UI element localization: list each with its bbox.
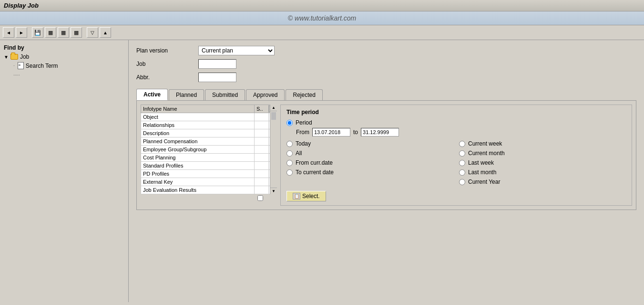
tabs-row: Active Planned Submitted Approved Reject… [136,89,636,100]
table-row[interactable]: External Key [141,178,276,186]
to-current-date-label: To current date [296,169,334,176]
abbr-row: Abbr. [136,73,636,82]
select-icon: 📋 [293,193,300,200]
tab-submitted[interactable]: Submitted [205,89,245,100]
filter-button[interactable]: ▽ [87,27,98,38]
table-row[interactable]: Job Evaluation Results [141,186,276,194]
table-row[interactable]: Standard Profiles [141,162,276,170]
from-curr-date-radio[interactable] [286,160,293,166]
sidebar-item-search-term[interactable]: · Search Term [0,61,128,70]
up-button[interactable]: ▲ [100,27,111,38]
plan-version-select[interactable]: Current plan Plan version 01 Plan versio… [198,46,275,55]
last-month-radio[interactable] [459,169,465,176]
infotype-table-wrapper: Infotype Name S.. ⊞ [141,105,276,206]
to-current-date-radio[interactable] [286,169,293,176]
table-scrollbar[interactable]: ▲ ▼ [270,105,276,194]
current-week-row: Current week [459,140,626,147]
infotype-table: Infotype Name S.. ⊞ [141,105,276,194]
today-radio[interactable] [286,141,293,147]
scroll-up-arrow[interactable]: ▲ [270,105,277,111]
last-week-row: Last week [459,159,626,166]
table-row[interactable]: Relationships [141,121,276,129]
current-year-label: Current Year [468,179,500,185]
col-header-status: S.. [255,105,269,113]
tab-planned[interactable]: Planned [169,89,204,100]
tree-expand-icon: ▼ [4,54,9,60]
job-label: Job [136,61,198,67]
app-title: Display Job [4,2,39,9]
current-year-radio[interactable] [459,179,465,185]
grid-button1[interactable]: ▦ [45,27,56,38]
watermark-text: © www.tutorialkart.com [288,14,356,22]
inner-columns: Infotype Name S.. ⊞ [141,105,632,206]
all-radio[interactable] [286,150,293,157]
from-curr-date-label: From curr.date [296,159,333,166]
table-row[interactable]: Object [141,113,276,121]
job-row: Job [136,59,636,69]
abbr-label: Abbr. [136,74,198,81]
save-button[interactable]: 💾 [32,27,43,38]
main-layout: Find by ▼ Job · Search Term ..... Plan v… [0,40,644,302]
from-curr-date-row: From curr.date [286,159,453,166]
tab-approved[interactable]: Approved [246,89,285,100]
grid-button3[interactable]: ▦ [71,27,82,38]
tab-rejected[interactable]: Rejected [286,89,322,100]
today-label: Today [296,140,311,147]
back-button[interactable]: ◄ [3,27,14,38]
grid-button2[interactable]: ▦ [58,27,69,38]
today-row: Today [286,140,453,147]
table-row[interactable]: PD Profiles [141,170,276,178]
current-month-label: Current month [468,150,505,157]
from-label: From [296,129,309,136]
tree-job-label: Job [20,53,29,60]
period-radio-row: Period [286,119,626,126]
find-by-label: Find by [0,43,128,53]
abbr-input[interactable] [198,73,236,82]
inner-panel: Infotype Name S.. ⊞ [136,100,636,210]
current-month-radio[interactable] [459,150,465,157]
time-period-panel: Time period Period From to [280,105,632,206]
left-panel: Find by ▼ Job · Search Term ..... [0,40,129,302]
tree-dots: ..... [0,70,128,77]
table-row[interactable]: Cost Planning [141,154,276,162]
forward-button[interactable]: ► [16,27,27,38]
table-row[interactable]: Employee Group/Subgroup [141,146,276,154]
plan-version-label: Plan version [136,47,198,54]
time-period-options: Today Current week All [286,140,626,187]
tree-search-term-label: Search Term [26,63,58,69]
time-period-title: Time period [286,109,626,116]
table-container: Infotype Name S.. ⊞ [141,105,276,194]
tab-active[interactable]: Active [136,89,168,100]
last-month-label: Last month [468,169,496,176]
from-date-input[interactable] [312,128,350,137]
table-row[interactable]: Planned Compensation [141,137,276,146]
last-month-row: Last month [459,169,626,176]
last-week-radio[interactable] [459,160,465,166]
period-radio[interactable] [286,120,293,126]
sidebar-item-job[interactable]: ▼ Job [0,53,128,61]
to-label: to [353,129,358,136]
period-label: Period [296,119,312,126]
table-row[interactable]: Description [141,129,276,137]
watermark-bar: © www.tutorialkart.com [0,11,644,25]
tabs-container: Active Planned Submitted Approved Reject… [136,89,636,210]
job-input[interactable] [198,59,236,69]
all-label: All [296,150,302,157]
scrollbar-thumb [271,112,276,120]
doc-icon [18,62,24,69]
select-button-label: Select. [302,193,320,200]
last-week-label: Last week [468,159,494,166]
col-header-name: Infotype Name [141,105,255,113]
folder-icon [10,54,18,60]
current-year-row: Current Year [459,179,626,185]
scroll-down-arrow[interactable]: ▼ [270,188,277,194]
select-button[interactable]: 📋 Select. [286,191,326,201]
period-from-row: From to [286,128,626,137]
current-week-label: Current week [468,140,502,147]
to-date-input[interactable] [361,128,399,137]
current-week-radio[interactable] [459,141,465,147]
table-checkbox[interactable] [257,195,263,201]
plan-version-row: Plan version Current plan Plan version 0… [136,46,636,55]
right-content: Plan version Current plan Plan version 0… [129,40,644,302]
to-current-date-row: To current date [286,169,453,176]
